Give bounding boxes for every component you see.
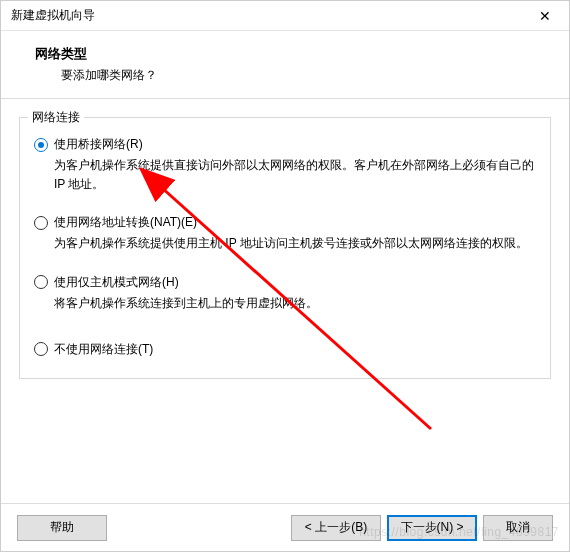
back-button[interactable]: < 上一步(B) [291, 515, 381, 541]
option-description: 为客户机操作系统提供直接访问外部以太网网络的权限。客户机在外部网络上必须有自己的… [54, 156, 536, 194]
close-button[interactable]: ✕ [525, 2, 565, 30]
radio-icon [34, 216, 48, 230]
option-label: 使用仅主机模式网络(H) [54, 274, 179, 291]
content-area: 网络连接 使用桥接网络(R) 为客户机操作系统提供直接访问外部以太网网络的权限。… [1, 99, 569, 379]
next-button[interactable]: 下一步(N) > [387, 515, 477, 541]
close-icon: ✕ [539, 8, 551, 24]
radio-icon [34, 342, 48, 356]
cancel-button[interactable]: 取消 [483, 515, 553, 541]
wizard-footer: 帮助 < 上一步(B) 下一步(N) > 取消 [1, 503, 569, 551]
page-title: 网络类型 [35, 45, 569, 63]
window-title: 新建虚拟机向导 [11, 7, 95, 24]
wizard-header: 网络类型 要添加哪类网络？ [1, 31, 569, 99]
page-subtitle: 要添加哪类网络？ [61, 67, 569, 84]
option-hostonly[interactable]: 使用仅主机模式网络(H) 将客户机操作系统连接到主机上的专用虚拟网络。 [34, 274, 536, 313]
network-connection-group: 网络连接 使用桥接网络(R) 为客户机操作系统提供直接访问外部以太网网络的权限。… [19, 117, 551, 379]
option-none[interactable]: 不使用网络连接(T) [34, 341, 536, 358]
option-label: 不使用网络连接(T) [54, 341, 153, 358]
group-legend: 网络连接 [28, 109, 84, 126]
option-description: 为客户机操作系统提供使用主机 IP 地址访问主机拨号连接或外部以太网网络连接的权… [54, 234, 536, 253]
option-bridged[interactable]: 使用桥接网络(R) 为客户机操作系统提供直接访问外部以太网网络的权限。客户机在外… [34, 136, 536, 194]
option-description: 将客户机操作系统连接到主机上的专用虚拟网络。 [54, 294, 536, 313]
radio-icon [34, 275, 48, 289]
option-nat[interactable]: 使用网络地址转换(NAT)(E) 为客户机操作系统提供使用主机 IP 地址访问主… [34, 214, 536, 253]
option-label: 使用桥接网络(R) [54, 136, 143, 153]
radio-icon [34, 138, 48, 152]
titlebar: 新建虚拟机向导 ✕ [1, 1, 569, 31]
help-button[interactable]: 帮助 [17, 515, 107, 541]
option-label: 使用网络地址转换(NAT)(E) [54, 214, 197, 231]
